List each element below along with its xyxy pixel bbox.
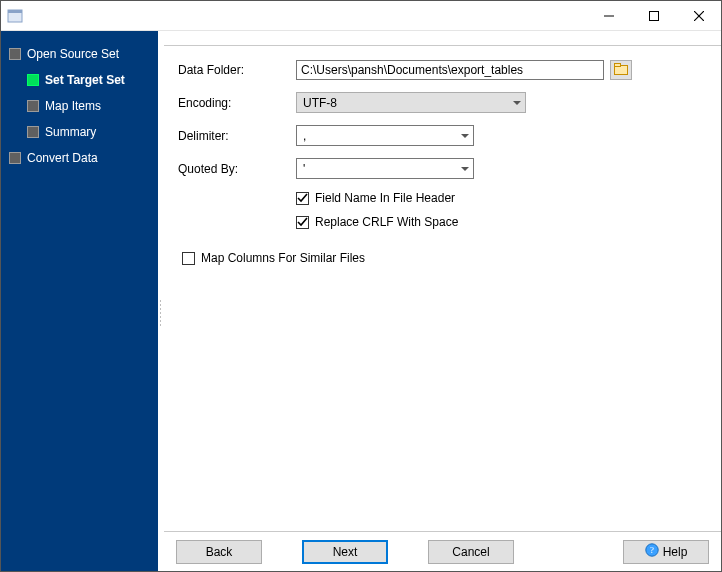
content-pane: Data Folder: Encoding: UTF-8 <box>164 31 721 571</box>
back-button[interactable]: Back <box>176 540 262 564</box>
sidebar-item-set-target-set[interactable]: Set Target Set <box>1 67 158 93</box>
help-button[interactable]: ? Help <box>623 540 709 564</box>
map-columns-label: Map Columns For Similar Files <box>201 251 365 265</box>
field-name-header-checkbox[interactable] <box>296 192 309 205</box>
next-button[interactable]: Next <box>302 540 388 564</box>
sidebar-item-label: Convert Data <box>27 151 98 165</box>
wizard-sidebar: Open Source Set Set Target Set Map Items… <box>1 31 158 571</box>
replace-crlf-label: Replace CRLF With Space <box>315 215 458 229</box>
delimiter-select[interactable]: , <box>296 125 474 146</box>
quoted-by-value: ' <box>303 162 305 176</box>
replace-crlf-checkbox[interactable] <box>296 216 309 229</box>
help-icon: ? <box>645 543 659 560</box>
sidebar-item-map-items[interactable]: Map Items <box>1 93 158 119</box>
sidebar-item-open-source-set[interactable]: Open Source Set Set Target Set Map Items… <box>1 41 158 145</box>
svg-rect-1 <box>8 10 22 13</box>
sidebar-item-label: Map Items <box>45 99 101 113</box>
title-bar <box>1 1 721 31</box>
encoding-label: Encoding: <box>178 96 296 110</box>
button-bar: Back Next Cancel ? Help <box>164 531 721 571</box>
folder-icon <box>614 63 628 78</box>
quoted-by-select[interactable]: ' <box>296 158 474 179</box>
step-marker-icon <box>27 100 39 112</box>
quoted-by-label: Quoted By: <box>178 162 296 176</box>
data-folder-label: Data Folder: <box>178 63 296 77</box>
svg-rect-3 <box>649 11 658 20</box>
minimize-button[interactable] <box>586 1 631 30</box>
close-button[interactable] <box>676 1 721 30</box>
step-marker-icon <box>9 48 21 60</box>
delimiter-label: Delimiter: <box>178 129 296 143</box>
chevron-down-icon <box>513 101 521 105</box>
chevron-down-icon <box>461 134 469 138</box>
sidebar-item-convert-data[interactable]: Convert Data <box>1 145 158 171</box>
splitter[interactable] <box>158 31 164 571</box>
step-marker-icon <box>9 152 21 164</box>
svg-rect-7 <box>615 63 621 66</box>
delimiter-value: , <box>303 129 306 143</box>
sidebar-item-label: Set Target Set <box>45 73 125 87</box>
encoding-select[interactable]: UTF-8 <box>296 92 526 113</box>
step-marker-icon <box>27 74 39 86</box>
step-marker-icon <box>27 126 39 138</box>
browse-folder-button[interactable] <box>610 60 632 80</box>
chevron-down-icon <box>461 167 469 171</box>
svg-text:?: ? <box>650 545 654 555</box>
sidebar-item-summary[interactable]: Summary <box>1 119 158 145</box>
maximize-button[interactable] <box>631 1 676 30</box>
sidebar-item-label: Summary <box>45 125 96 139</box>
data-folder-input[interactable] <box>296 60 604 80</box>
map-columns-checkbox[interactable] <box>182 252 195 265</box>
divider <box>164 45 721 46</box>
app-icon <box>7 8 23 24</box>
encoding-value: UTF-8 <box>303 96 337 110</box>
cancel-button[interactable]: Cancel <box>428 540 514 564</box>
sidebar-item-label: Open Source Set <box>27 47 119 61</box>
field-name-header-label: Field Name In File Header <box>315 191 455 205</box>
